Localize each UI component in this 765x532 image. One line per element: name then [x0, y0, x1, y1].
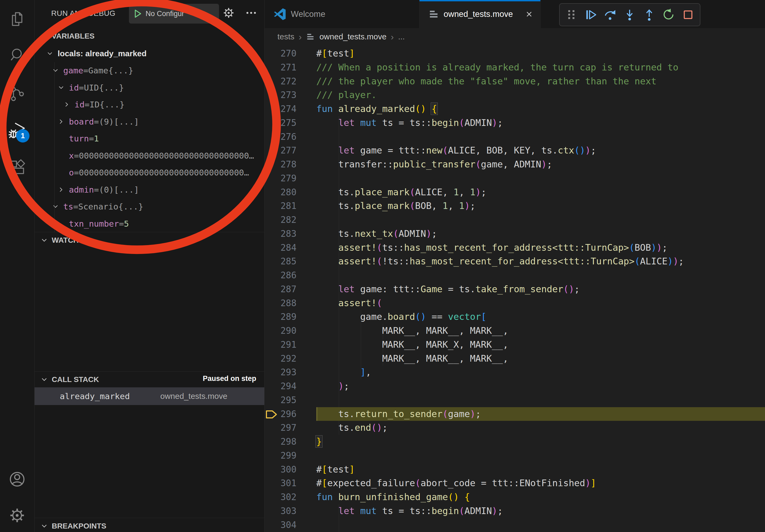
gutter-line-number[interactable]: 273 [265, 88, 316, 102]
code-line-273[interactable]: 273/// player. [265, 88, 765, 102]
code-text[interactable]: transfer::public_transfer(game, ADMIN); [316, 157, 765, 171]
code-line-282[interactable]: 282 [265, 213, 765, 227]
code-line-286[interactable]: 286 [265, 268, 765, 282]
code-text[interactable]: assert!( [316, 296, 765, 310]
code-text[interactable] [316, 130, 765, 144]
gutter-line-number[interactable]: 272 [265, 75, 316, 89]
gutter-line-number[interactable]: 304 [265, 518, 316, 532]
chevron-right-icon[interactable] [63, 101, 75, 109]
code-text[interactable]: MARK__, MARK__, MARK__, [316, 352, 765, 366]
code-text[interactable] [316, 213, 765, 227]
code-line-291[interactable]: 291 MARK__, MARK_X, MARK__, [265, 338, 765, 352]
toolbar-drag-handle[interactable] [565, 8, 578, 21]
gutter-line-number[interactable]: 292 [265, 352, 316, 366]
code-line-301[interactable]: 301#[expected_failure(abort_code = ttt::… [265, 476, 765, 490]
code-line-294[interactable]: 294 ); [265, 379, 765, 393]
variables-section-header[interactable]: VARIABLES [35, 28, 264, 44]
code-text[interactable]: let game = ttt::new(ALICE, BOB, KEY, ts.… [316, 143, 765, 157]
code-line-280[interactable]: 280 ts.place_mark(ALICE, 1, 1); [265, 185, 765, 199]
gutter-line-number[interactable]: 279 [265, 171, 316, 185]
step-into-icon[interactable] [623, 8, 636, 21]
code-text[interactable] [316, 268, 765, 282]
code-line-297[interactable]: 297 ts.end(); [265, 421, 765, 435]
stop-icon[interactable] [682, 8, 694, 21]
code-text[interactable] [316, 518, 765, 532]
code-line-304[interactable]: 304 [265, 518, 765, 532]
step-over-icon[interactable] [604, 8, 617, 21]
gutter-line-number[interactable]: 298 [265, 435, 316, 449]
code-text[interactable]: game.board() == vector[ [316, 310, 765, 324]
views-more-actions-icon[interactable] [244, 6, 258, 20]
watch-section-header[interactable]: WATCH [35, 232, 264, 248]
close-tab-icon[interactable] [525, 10, 533, 19]
variable-row[interactable]: id = ID{...} [35, 96, 264, 113]
restart-icon[interactable] [662, 8, 675, 21]
code-line-303[interactable]: 303 let mut ts = ts::begin(ADMIN); [265, 504, 765, 518]
code-line-275[interactable]: 275 let mut ts = ts::begin(ADMIN); [265, 116, 765, 130]
gutter-line-number[interactable]: 302 [265, 490, 316, 504]
code-line-289[interactable]: 289 game.board() == vector[ [265, 310, 765, 324]
code-line-278[interactable]: 278 transfer::public_transfer(game, ADMI… [265, 157, 765, 171]
code-text[interactable] [316, 393, 765, 407]
variable-row[interactable]: ts = Scenario{...} [35, 198, 264, 215]
code-text[interactable]: MARK__, MARK_X, MARK__, [316, 338, 765, 352]
code-text[interactable]: #[expected_failure(abort_code = ttt::ENo… [316, 476, 765, 490]
gutter-line-number[interactable]: 284 [265, 241, 316, 255]
gutter-line-number[interactable]: 287 [265, 282, 316, 296]
step-out-icon[interactable] [643, 8, 656, 21]
code-text[interactable]: #[test] [316, 463, 765, 476]
tab-owned-tests[interactable]: owned_tests.move [419, 0, 541, 28]
gutter-line-number[interactable]: 293 [265, 366, 316, 379]
code-line-296[interactable]: 296 ts.return_to_sender(game); [265, 407, 765, 421]
code-line-271[interactable]: 271/// When a position is already marked… [265, 61, 765, 75]
code-text[interactable]: #[test] [316, 47, 765, 61]
gutter-line-number[interactable]: 291 [265, 338, 316, 352]
launch-config-dropdown[interactable]: No Configur [129, 4, 219, 24]
code-line-292[interactable]: 292 MARK__, MARK__, MARK__, [265, 352, 765, 366]
variable-row[interactable]: o = 000000000000000000000000000000000… [35, 164, 264, 181]
variable-row[interactable]: board = (9)[...] [35, 113, 264, 130]
code-text[interactable]: ts.next_tx(ADMIN); [316, 227, 765, 241]
gutter-line-number[interactable]: 275 [265, 116, 316, 130]
code-line-270[interactable]: 270#[test] [265, 47, 765, 61]
code-line-283[interactable]: 283 ts.next_tx(ADMIN); [265, 227, 765, 241]
code-text[interactable]: MARK__, MARK__, MARK__, [316, 324, 765, 338]
chevron-right-icon[interactable] [58, 186, 69, 194]
gutter-line-number[interactable]: 270 [265, 47, 316, 61]
gutter-line-number[interactable]: 297 [265, 421, 316, 435]
settings-gear-icon[interactable] [8, 506, 26, 524]
code-text[interactable]: ], [316, 366, 765, 379]
code-text[interactable]: fun burn_unfinished_game() { [316, 490, 765, 504]
variable-row[interactable]: admin = (0)[...] [35, 181, 264, 198]
code-line-281[interactable]: 281 ts.place_mark(BOB, 1, 1); [265, 199, 765, 213]
search-icon[interactable] [8, 46, 26, 64]
gutter-line-number[interactable]: 296 [265, 407, 316, 421]
gutter-line-number[interactable]: 294 [265, 379, 316, 393]
code-text[interactable]: /// player. [316, 88, 765, 102]
gutter-line-number[interactable]: 276 [265, 130, 316, 144]
variable-row[interactable]: x = 0000000000000000000000000000000000… [35, 147, 264, 164]
gutter-line-number[interactable]: 274 [265, 102, 316, 116]
code-text[interactable] [316, 449, 765, 463]
code-line-277[interactable]: 277 let game = ttt::new(ALICE, BOB, KEY,… [265, 143, 765, 157]
code-line-285[interactable]: 285 assert!(!ts::has_most_recent_for_add… [265, 254, 765, 268]
tab-welcome[interactable]: Welcome [265, 0, 419, 28]
code-line-274[interactable]: 274fun already_marked() { [265, 102, 765, 116]
code-text[interactable]: } [316, 435, 765, 449]
extensions-icon[interactable] [8, 158, 26, 176]
chevron-right-icon[interactable] [58, 118, 69, 126]
gutter-line-number[interactable]: 303 [265, 504, 316, 518]
code-line-287[interactable]: 287 let game: ttt::Game = ts.take_from_s… [265, 282, 765, 296]
code-line-302[interactable]: 302fun burn_unfinished_game() { [265, 490, 765, 504]
gutter-line-number[interactable]: 277 [265, 143, 316, 157]
call-stack-frame[interactable]: already_markedowned_tests.move [35, 387, 264, 405]
breadcrumb-folder[interactable]: tests [278, 32, 294, 41]
gutter-line-number[interactable]: 278 [265, 157, 316, 171]
gutter-line-number[interactable]: 283 [265, 227, 316, 241]
code-line-288[interactable]: 288 assert!( [265, 296, 765, 310]
gutter-line-number[interactable]: 290 [265, 324, 316, 338]
gutter-line-number[interactable]: 286 [265, 268, 316, 282]
explorer-icon[interactable] [8, 10, 26, 28]
variable-row[interactable]: turn = 1 [35, 130, 264, 147]
code-line-272[interactable]: 272/// the player who made the "false" m… [265, 75, 765, 89]
